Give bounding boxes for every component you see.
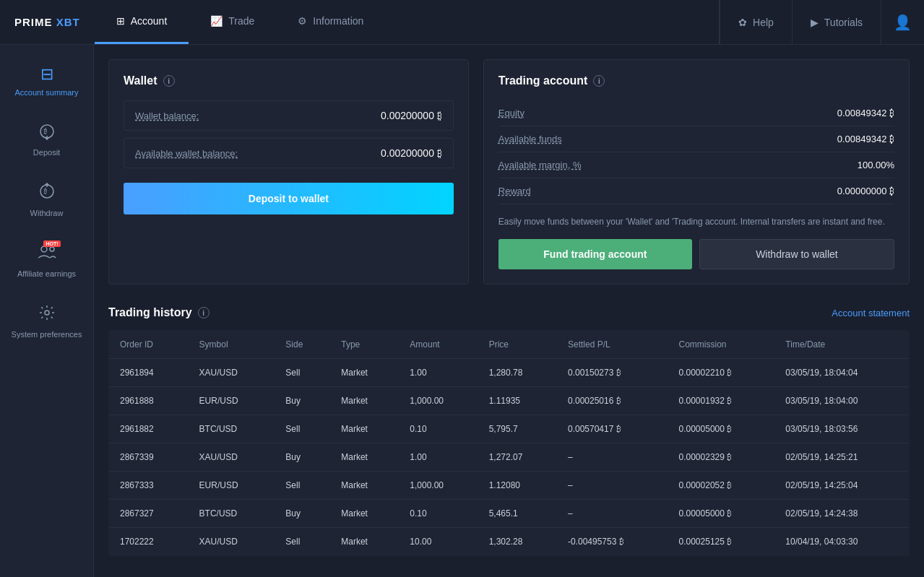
nav-item-information[interactable]: ⚙ Information [276,0,385,44]
cell-price: 1,280.78 [478,359,557,387]
wallet-info-icon[interactable]: i [163,75,175,87]
table-row: 2961888 EUR/USD Buy Market 1,000.00 1.11… [109,387,910,415]
sidebar-item-account-summary[interactable]: ⊟ Account summary [0,52,93,110]
account-statement-link[interactable]: Account statement [832,308,910,318]
trading-account-info-icon[interactable]: i [593,75,605,87]
nav-help-label: Help [753,17,774,28]
col-side: Side [275,331,330,359]
sidebar-item-withdraw[interactable]: ₿ Withdraw [0,170,93,230]
cell-time-date: 10/04/19, 04:03:30 [774,528,909,556]
reward-label: Reward [498,186,531,196]
cell-commission: 0.00002329 ₿ [668,443,775,472]
svg-point-7 [50,247,54,251]
cell-price: 5,465.1 [478,500,557,528]
available-funds-value: 0.00849342 ₿ [837,134,894,144]
table-row: 2961882 BTC/USD Sell Market 0.10 5,795.7… [109,415,910,443]
transfer-note: Easily move funds between your 'Wallet' … [498,215,894,228]
cell-symbol: EUR/USD [189,472,275,500]
sidebar: ⊟ Account summary ₿ Deposit ₿ [0,45,94,577]
cell-type: Market [330,359,399,387]
cell-commission: 0.00025125 ₿ [668,528,775,556]
fund-trading-account-button[interactable]: Fund trading account [498,239,692,269]
sidebar-item-system-preferences[interactable]: System preferences [0,291,93,352]
logo-text: PRIME XBT [14,16,80,28]
sidebar-deposit-label: Deposit [33,148,60,157]
cell-time-date: 02/05/19, 14:24:38 [774,500,909,528]
cell-time-date: 02/05/19, 14:25:04 [774,472,909,500]
cell-price: 1,302.28 [478,528,557,556]
equity-label: Equity [498,108,524,118]
sidebar-account-summary-label: Account summary [14,88,78,97]
sidebar-affiliate-label: Affiliate earnings [17,269,76,278]
cell-type: Market [330,472,399,500]
account-nav-icon: ⊞ [116,15,125,27]
col-time-date: Time/Date [774,331,909,359]
top-nav: PRIME XBT ⊞ Account 📈 Trade ⚙ Informatio… [0,0,924,45]
cell-commission: 0.00002052 ₿ [668,472,775,500]
table-row: 2961894 XAU/USD Sell Market 1.00 1,280.7… [109,359,910,387]
available-margin-row: Available margin, % 100.00% [498,152,894,178]
cell-price: 5,795.7 [478,415,557,443]
cell-settled-pl: 0.00570417 ₿ [557,415,668,443]
wallet-balance-value: 0.00200000 ₿ [381,110,442,121]
cell-side: Buy [275,500,330,528]
history-info-icon[interactable]: i [198,307,210,318]
nav-information-label: Information [313,15,363,27]
nav-trade-label: Trade [228,15,254,27]
nav-tutorials[interactable]: ▶ Tutorials [792,0,881,44]
cell-symbol: XAU/USD [189,359,275,387]
cell-amount: 10.00 [399,528,478,556]
nav-tutorials-label: Tutorials [824,17,863,28]
cell-type: Market [330,528,399,556]
cell-price: 1,272.07 [478,443,557,472]
user-icon: 👤 [894,14,912,31]
cell-amount: 1,000.00 [399,387,478,415]
user-profile-button[interactable]: 👤 [881,0,924,44]
cell-amount: 1.00 [399,359,478,387]
trading-history-table: Order ID Symbol Side Type Amount Price S… [108,330,910,556]
account-summary-icon: ⊟ [40,65,53,84]
deposit-to-wallet-button[interactable]: Deposit to wallet [124,183,454,214]
preferences-icon [38,304,56,326]
equity-row: Equity 0.00849342 ₿ [498,100,894,126]
cell-commission: 0.00002210 ₿ [668,359,775,387]
cell-side: Buy [275,443,330,472]
cell-settled-pl: – [557,443,668,472]
svg-point-6 [41,246,47,252]
withdraw-to-wallet-button[interactable]: Withdraw to wallet [699,239,894,269]
cell-order-id: 2867333 [109,472,189,500]
cell-symbol: BTC/USD [189,500,275,528]
deposit-icon: ₿ [38,123,56,144]
available-balance-row: Available wallet balance: 0.00200000 ₿ [124,138,454,168]
cell-settled-pl: 0.00150273 ₿ [557,359,668,387]
col-commission: Commission [668,331,775,359]
svg-text:₿: ₿ [43,188,47,195]
cell-side: Sell [275,359,330,387]
cell-side: Sell [275,415,330,443]
cell-order-id: 2961882 [109,415,189,443]
available-margin-label: Available margin, % [498,160,582,170]
cell-amount: 1.00 [399,443,478,472]
nav-help[interactable]: ✿ Help [720,0,792,44]
wallet-balance-label: Wallet balance: [135,110,199,121]
nav-item-trade[interactable]: 📈 Trade [189,0,276,44]
nav-account-label: Account [131,15,168,27]
sidebar-item-deposit[interactable]: ₿ Deposit [0,110,93,170]
cell-amount: 1,000.00 [399,472,478,500]
trading-account-card: Trading account i Equity 0.00849342 ₿ Av… [483,59,910,285]
transfer-buttons: Fund trading account Withdraw to wallet [498,239,894,269]
sidebar-item-affiliate-earnings[interactable]: HOT! Affiliate earnings [0,230,93,291]
nav-item-account[interactable]: ⊞ Account [95,0,189,44]
cell-time-date: 03/05/19, 18:04:04 [774,359,909,387]
layout: ⊟ Account summary ₿ Deposit ₿ [0,45,924,577]
cell-time-date: 02/05/19, 14:25:21 [774,443,909,472]
cell-type: Market [330,500,399,528]
cell-settled-pl: – [557,500,668,528]
trading-history-section: Trading history i Account statement Orde… [108,306,910,556]
cell-time-date: 03/05/19, 18:04:00 [774,387,909,415]
cell-commission: 0.00005000 ₿ [668,500,775,528]
table-header-row: Order ID Symbol Side Type Amount Price S… [109,331,910,359]
cell-time-date: 03/05/19, 18:03:56 [774,415,909,443]
logo: PRIME XBT [0,16,95,28]
cell-type: Market [330,443,399,472]
